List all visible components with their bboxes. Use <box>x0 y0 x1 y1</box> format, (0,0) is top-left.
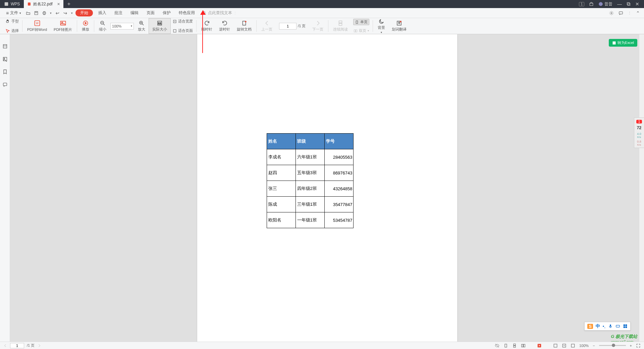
fit-page-button[interactable]: 适合页面 <box>173 28 193 33</box>
background-button[interactable]: 背景▾ <box>374 18 388 34</box>
status-next-icon[interactable] <box>37 344 41 348</box>
gift-icon[interactable] <box>589 2 594 6</box>
translate-button[interactable]: 划词翻译 <box>388 18 410 34</box>
header-class: 班级 <box>296 134 324 149</box>
microphone-icon[interactable] <box>608 324 613 329</box>
fitp-status-icon[interactable] <box>571 343 575 348</box>
continuous-button[interactable]: 连续阅读 <box>330 18 351 34</box>
ime-toolbar[interactable]: S 中 •, <box>584 322 631 331</box>
minimize-icon[interactable]: — <box>617 2 622 6</box>
zoom-out-button[interactable]: 缩小 <box>96 18 110 34</box>
eye-off-icon[interactable] <box>495 343 499 348</box>
pdf-to-word-button[interactable]: W PDF转Word <box>24 18 50 34</box>
svg-rect-28 <box>339 23 342 26</box>
next-page-button[interactable]: 下一页 <box>309 18 327 34</box>
protect-tab[interactable]: 保护 <box>160 9 173 16</box>
insert-tab[interactable]: 插入 <box>96 9 109 16</box>
undo-icon[interactable] <box>55 11 60 15</box>
vertical-scrollbar[interactable] <box>639 34 644 342</box>
fit-width-button[interactable]: 适合宽度 <box>173 19 193 24</box>
cursor-icon <box>5 29 10 33</box>
page-input[interactable] <box>279 23 297 30</box>
rotate-ccw-button[interactable]: 逆时针 <box>216 18 233 34</box>
status-page-input[interactable] <box>10 343 24 348</box>
more-icon[interactable]: ⋮ <box>628 11 631 15</box>
double-label: 双页 <box>359 28 366 33</box>
svg-rect-44 <box>626 327 627 328</box>
start-tab[interactable]: 开始 <box>75 9 93 16</box>
collapse-ribbon-icon[interactable]: ⌃ <box>636 11 640 15</box>
double-page-button[interactable]: 双页▾ <box>354 28 369 33</box>
single-page-button[interactable]: 单页 <box>353 19 369 25</box>
play-button[interactable]: 播放 <box>78 18 93 34</box>
hand-tool[interactable]: 手型 <box>5 19 19 24</box>
svg-rect-24 <box>173 30 176 32</box>
docs-count-badge[interactable]: 1 <box>579 2 584 6</box>
svg-rect-53 <box>571 344 574 347</box>
document-tab[interactable]: 姓名22.pdf × <box>24 0 63 8</box>
open-icon[interactable] <box>26 11 31 15</box>
rotate-doc-button[interactable]: 旋转文档 <box>233 18 255 34</box>
zoom-minus-icon[interactable]: − <box>593 344 595 348</box>
new-tab-button[interactable]: + <box>63 1 74 7</box>
grid-icon[interactable] <box>623 324 628 329</box>
zoom-select[interactable]: 100%▾ <box>110 18 135 34</box>
net-speed-widget[interactable]: 1 72 4.0 K/s 0.8 K/s <box>634 117 644 148</box>
thumbnail-icon[interactable] <box>2 44 8 49</box>
search-placeholder: 点此查找文本 <box>208 10 232 16</box>
svg-rect-37 <box>3 83 7 86</box>
view-book-icon[interactable] <box>521 343 526 348</box>
svg-rect-1 <box>28 3 31 6</box>
ime-lang[interactable]: 中 <box>596 323 600 329</box>
file-menu[interactable]: ≡ 文件 ▾ <box>4 9 23 16</box>
special-tab[interactable]: 特色应用 <box>176 9 198 16</box>
edit-tab[interactable]: 编辑 <box>128 9 141 16</box>
fit-width-label: 适合宽度 <box>178 19 193 24</box>
maximize-icon[interactable] <box>627 2 631 6</box>
search-box[interactable]: 点此查找文本 ⋮ <box>200 10 239 16</box>
avatar-icon <box>598 2 603 6</box>
view-single-icon[interactable] <box>503 343 508 348</box>
annotate-tab[interactable]: 批注 <box>112 9 125 16</box>
zoom-slider[interactable] <box>599 345 626 346</box>
zoom-in-button[interactable]: 放大 <box>135 18 149 34</box>
oneone-status-icon[interactable] <box>553 343 558 348</box>
to-image-label: PDF转图片 <box>54 27 72 32</box>
gear-icon[interactable] <box>609 11 614 15</box>
canvas[interactable]: 转为Excel 姓名 班级 学号 李成名六年级1班28405563 赵四五年级3… <box>10 34 644 342</box>
cursor-mode-group: 手型 选择 <box>3 18 21 34</box>
svg-rect-0 <box>5 2 8 6</box>
select-tool[interactable]: 选择 <box>5 28 19 33</box>
continuous-icon <box>337 20 343 26</box>
feedback-icon[interactable] <box>619 11 623 15</box>
close-window-icon[interactable]: ✕ <box>635 2 639 6</box>
keyboard-icon[interactable] <box>615 324 620 329</box>
bookmark-icon[interactable] <box>2 69 8 74</box>
save-icon[interactable] <box>34 11 39 15</box>
convert-excel-button[interactable]: 转为Excel <box>609 39 637 47</box>
fullscreen-icon[interactable] <box>636 343 641 348</box>
user-area[interactable]: 普普 <box>598 1 612 7</box>
tab-title: 姓名22.pdf <box>33 1 52 7</box>
picture-icon[interactable] <box>2 56 8 62</box>
video-icon[interactable] <box>537 343 542 348</box>
comment-icon[interactable] <box>2 82 8 87</box>
prev-page-button[interactable]: 上一页 <box>258 18 276 34</box>
actual-size-button[interactable]: 1:1 实际大小 <box>149 18 171 34</box>
view-continuous-icon[interactable] <box>512 343 517 348</box>
redo-icon[interactable] <box>63 11 68 15</box>
zoom-plus-icon[interactable]: + <box>630 344 632 348</box>
statusbar-right: 100% − + <box>495 343 641 348</box>
pdf-to-image-button[interactable]: PDF转图片 <box>50 18 75 34</box>
rotate-cw-button[interactable]: 顺时针 <box>198 18 216 34</box>
close-tab-icon[interactable]: × <box>57 1 60 7</box>
pdf-page: 姓名 班级 学号 李成名六年级1班28405563 赵四五年级3班8697674… <box>197 34 457 342</box>
print-icon[interactable] <box>42 11 47 15</box>
widget-val1: 72 <box>634 126 644 130</box>
fitw-status-icon[interactable] <box>562 343 567 348</box>
page-tab[interactable]: 页面 <box>144 9 157 16</box>
ime-punct-icon[interactable]: •, <box>603 324 605 329</box>
prev-label: 上一页 <box>261 27 272 32</box>
status-prev-icon[interactable] <box>3 344 7 348</box>
svg-rect-46 <box>514 344 516 345</box>
